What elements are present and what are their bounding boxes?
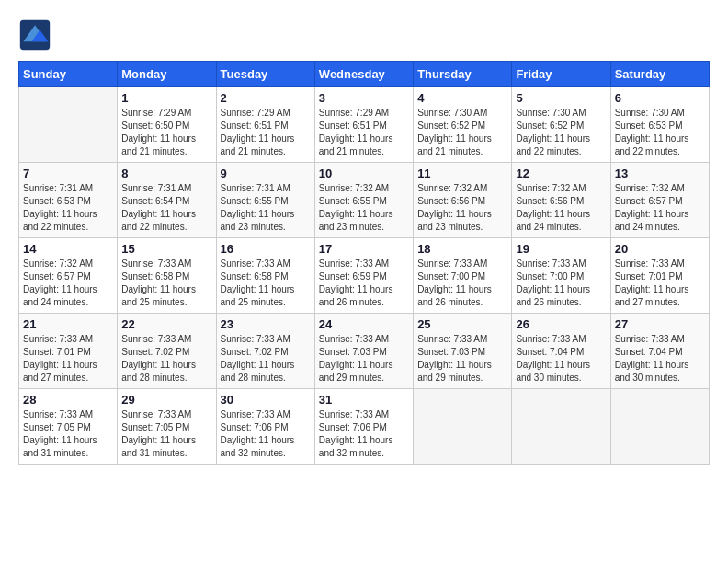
day-number: 9 <box>221 167 311 180</box>
day-cell: 9Sunrise: 7:31 AMSunset: 6:55 PMDaylight… <box>216 163 314 238</box>
day-info: Sunrise: 7:31 AMSunset: 6:53 PMDaylight:… <box>23 182 113 234</box>
day-cell: 31Sunrise: 7:33 AMSunset: 7:06 PMDayligh… <box>314 389 413 465</box>
day-info: Sunrise: 7:33 AMSunset: 7:05 PMDaylight:… <box>23 408 113 460</box>
day-number: 30 <box>221 393 311 407</box>
day-number: 29 <box>121 393 211 407</box>
week-row-0: 1Sunrise: 7:29 AMSunset: 6:50 PMDaylight… <box>19 87 710 163</box>
day-cell: 3Sunrise: 7:29 AMSunset: 6:51 PMDaylight… <box>314 87 413 163</box>
day-number: 13 <box>615 167 705 180</box>
day-info: Sunrise: 7:33 AMSunset: 7:03 PMDaylight:… <box>319 333 409 385</box>
day-info: Sunrise: 7:32 AMSunset: 6:57 PMDaylight:… <box>23 258 113 309</box>
day-number: 21 <box>23 317 113 331</box>
day-number: 24 <box>319 317 409 331</box>
logo <box>18 18 55 52</box>
day-cell: 17Sunrise: 7:33 AMSunset: 6:59 PMDayligh… <box>314 238 413 314</box>
day-info: Sunrise: 7:32 AMSunset: 6:57 PMDaylight:… <box>615 182 705 234</box>
day-info: Sunrise: 7:29 AMSunset: 6:51 PMDaylight:… <box>319 107 409 158</box>
day-number: 28 <box>23 393 113 407</box>
day-number: 3 <box>319 91 409 105</box>
day-info: Sunrise: 7:33 AMSunset: 7:01 PMDaylight:… <box>23 333 113 385</box>
day-number: 7 <box>23 167 113 180</box>
day-cell: 15Sunrise: 7:33 AMSunset: 6:58 PMDayligh… <box>118 238 216 314</box>
day-number: 18 <box>417 242 507 256</box>
day-cell: 25Sunrise: 7:33 AMSunset: 7:03 PMDayligh… <box>414 314 512 389</box>
day-number: 31 <box>319 393 409 407</box>
day-cell: 21Sunrise: 7:33 AMSunset: 7:01 PMDayligh… <box>19 314 118 389</box>
header-cell-monday: Monday <box>118 62 216 87</box>
day-cell: 24Sunrise: 7:33 AMSunset: 7:03 PMDayligh… <box>314 314 413 389</box>
day-info: Sunrise: 7:30 AMSunset: 6:53 PMDaylight:… <box>615 107 705 158</box>
day-cell <box>512 389 610 465</box>
day-info: Sunrise: 7:33 AMSunset: 6:58 PMDaylight:… <box>121 258 211 309</box>
week-row-2: 14Sunrise: 7:32 AMSunset: 6:57 PMDayligh… <box>19 238 710 314</box>
day-cell: 29Sunrise: 7:33 AMSunset: 7:05 PMDayligh… <box>118 389 216 465</box>
day-cell: 6Sunrise: 7:30 AMSunset: 6:53 PMDaylight… <box>610 87 709 163</box>
day-info: Sunrise: 7:29 AMSunset: 6:51 PMDaylight:… <box>221 107 311 158</box>
day-info: Sunrise: 7:32 AMSunset: 6:55 PMDaylight:… <box>319 182 409 234</box>
day-cell: 27Sunrise: 7:33 AMSunset: 7:04 PMDayligh… <box>610 314 709 389</box>
day-info: Sunrise: 7:31 AMSunset: 6:55 PMDaylight:… <box>221 182 311 234</box>
header-cell-tuesday: Tuesday <box>216 62 314 87</box>
calendar-body: 1Sunrise: 7:29 AMSunset: 6:50 PMDaylight… <box>19 87 710 465</box>
day-number: 26 <box>516 317 606 331</box>
day-number: 8 <box>121 167 211 180</box>
day-info: Sunrise: 7:33 AMSunset: 7:03 PMDaylight:… <box>417 333 507 385</box>
day-number: 20 <box>615 242 705 256</box>
header-cell-wednesday: Wednesday <box>314 62 413 87</box>
day-cell: 8Sunrise: 7:31 AMSunset: 6:54 PMDaylight… <box>118 163 216 238</box>
day-cell: 26Sunrise: 7:33 AMSunset: 7:04 PMDayligh… <box>512 314 610 389</box>
day-cell <box>19 87 118 163</box>
header-cell-friday: Friday <box>512 62 610 87</box>
day-number: 25 <box>417 317 507 331</box>
day-cell: 20Sunrise: 7:33 AMSunset: 7:01 PMDayligh… <box>610 238 709 314</box>
day-cell: 13Sunrise: 7:32 AMSunset: 6:57 PMDayligh… <box>610 163 709 238</box>
day-cell: 12Sunrise: 7:32 AMSunset: 6:56 PMDayligh… <box>512 163 610 238</box>
day-info: Sunrise: 7:30 AMSunset: 6:52 PMDaylight:… <box>516 107 606 158</box>
day-number: 22 <box>121 317 211 331</box>
day-cell: 28Sunrise: 7:33 AMSunset: 7:05 PMDayligh… <box>19 389 118 465</box>
page-header <box>18 18 710 52</box>
day-info: Sunrise: 7:33 AMSunset: 7:06 PMDaylight:… <box>319 408 409 460</box>
day-number: 10 <box>319 167 409 180</box>
week-row-3: 21Sunrise: 7:33 AMSunset: 7:01 PMDayligh… <box>19 314 710 389</box>
day-cell: 30Sunrise: 7:33 AMSunset: 7:06 PMDayligh… <box>216 389 314 465</box>
day-cell <box>414 389 512 465</box>
day-number: 2 <box>221 91 311 105</box>
week-row-1: 7Sunrise: 7:31 AMSunset: 6:53 PMDaylight… <box>19 163 710 238</box>
day-number: 19 <box>516 242 606 256</box>
day-info: Sunrise: 7:33 AMSunset: 7:01 PMDaylight:… <box>615 258 705 309</box>
day-cell: 10Sunrise: 7:32 AMSunset: 6:55 PMDayligh… <box>314 163 413 238</box>
calendar-table: SundayMondayTuesdayWednesdayThursdayFrid… <box>18 61 710 465</box>
day-info: Sunrise: 7:33 AMSunset: 7:04 PMDaylight:… <box>516 333 606 385</box>
day-number: 5 <box>516 91 606 105</box>
week-row-4: 28Sunrise: 7:33 AMSunset: 7:05 PMDayligh… <box>19 389 710 465</box>
day-cell: 14Sunrise: 7:32 AMSunset: 6:57 PMDayligh… <box>19 238 118 314</box>
day-cell: 16Sunrise: 7:33 AMSunset: 6:58 PMDayligh… <box>216 238 314 314</box>
day-number: 14 <box>23 242 113 256</box>
day-number: 15 <box>121 242 211 256</box>
day-number: 23 <box>221 317 311 331</box>
header-cell-saturday: Saturday <box>610 62 709 87</box>
day-info: Sunrise: 7:32 AMSunset: 6:56 PMDaylight:… <box>516 182 606 234</box>
header-cell-sunday: Sunday <box>19 62 118 87</box>
day-number: 1 <box>121 91 211 105</box>
day-cell: 4Sunrise: 7:30 AMSunset: 6:52 PMDaylight… <box>414 87 512 163</box>
day-number: 11 <box>417 167 507 180</box>
day-cell <box>610 389 709 465</box>
day-number: 6 <box>615 91 705 105</box>
day-number: 4 <box>417 91 507 105</box>
day-cell: 2Sunrise: 7:29 AMSunset: 6:51 PMDaylight… <box>216 87 314 163</box>
day-info: Sunrise: 7:33 AMSunset: 7:05 PMDaylight:… <box>121 408 211 460</box>
day-info: Sunrise: 7:33 AMSunset: 7:00 PMDaylight:… <box>516 258 606 309</box>
day-cell: 23Sunrise: 7:33 AMSunset: 7:02 PMDayligh… <box>216 314 314 389</box>
day-info: Sunrise: 7:33 AMSunset: 7:04 PMDaylight:… <box>615 333 705 385</box>
day-info: Sunrise: 7:33 AMSunset: 7:00 PMDaylight:… <box>417 258 507 309</box>
day-number: 12 <box>516 167 606 180</box>
header-row: SundayMondayTuesdayWednesdayThursdayFrid… <box>19 62 710 87</box>
day-info: Sunrise: 7:29 AMSunset: 6:50 PMDaylight:… <box>121 107 211 158</box>
day-info: Sunrise: 7:33 AMSunset: 7:02 PMDaylight:… <box>221 333 311 385</box>
day-cell: 7Sunrise: 7:31 AMSunset: 6:53 PMDaylight… <box>19 163 118 238</box>
day-number: 27 <box>615 317 705 331</box>
day-cell: 19Sunrise: 7:33 AMSunset: 7:00 PMDayligh… <box>512 238 610 314</box>
day-info: Sunrise: 7:33 AMSunset: 6:59 PMDaylight:… <box>319 258 409 309</box>
